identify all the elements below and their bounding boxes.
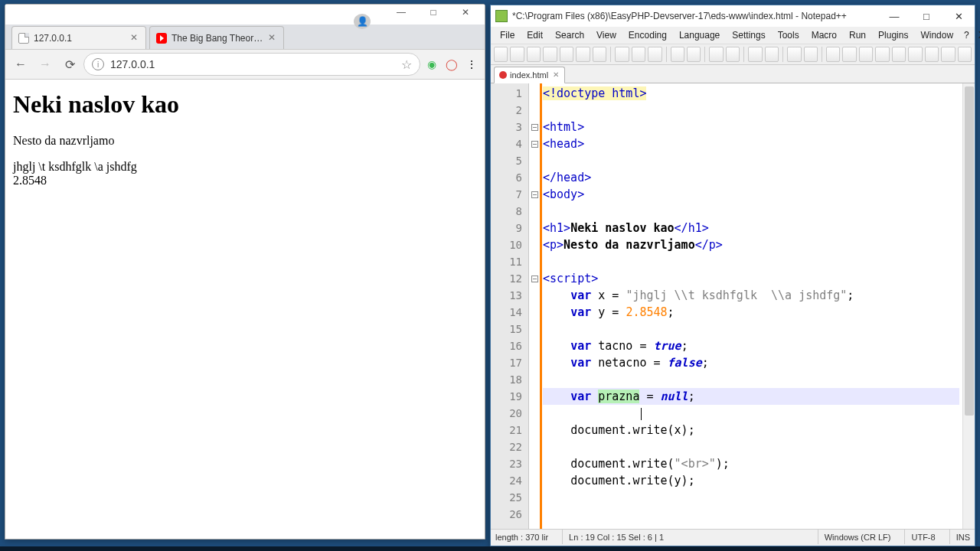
all-chars-icon[interactable] xyxy=(842,47,856,62)
func-list-icon[interactable] xyxy=(908,47,922,62)
editor-area[interactable]: 1234567891011121314151617181920212223242… xyxy=(491,83,975,529)
menu-edit[interactable]: Edit xyxy=(521,28,549,42)
close-all-icon[interactable] xyxy=(576,47,590,62)
menu-tools[interactable]: Tools xyxy=(772,28,805,42)
menu-help[interactable]: ? xyxy=(959,28,974,42)
fold-cell[interactable] xyxy=(529,270,540,287)
reload-button[interactable]: ⟳ xyxy=(59,54,80,75)
sync-v-icon[interactable] xyxy=(787,47,801,62)
sync-h-icon[interactable] xyxy=(804,47,818,62)
fold-cell[interactable] xyxy=(529,152,540,169)
code-token: null xyxy=(661,390,688,403)
record-macro-icon[interactable] xyxy=(958,47,972,62)
browser-tab-active[interactable]: 127.0.0.1 ✕ xyxy=(11,26,146,49)
back-button[interactable]: ← xyxy=(10,54,31,75)
replace-icon[interactable] xyxy=(726,47,740,62)
fold-cell[interactable] xyxy=(529,422,540,439)
menu-settings[interactable]: Settings xyxy=(726,28,771,42)
forward-button[interactable]: → xyxy=(34,54,56,75)
folder-ws-icon[interactable] xyxy=(925,47,939,62)
address-bar[interactable]: i 127.0.0.1 ☆ xyxy=(83,53,420,76)
fold-cell[interactable] xyxy=(529,135,540,152)
fold-cell[interactable] xyxy=(529,203,540,220)
vertical-scrollbar[interactable] xyxy=(962,83,975,529)
menu-search[interactable]: Search xyxy=(549,28,590,42)
fold-cell[interactable] xyxy=(529,321,540,337)
line-number: 26 xyxy=(491,506,528,523)
indent-guide-icon[interactable] xyxy=(859,47,873,62)
fold-cell[interactable] xyxy=(529,388,540,405)
paste-icon[interactable] xyxy=(648,47,662,62)
tab-close-icon[interactable]: ✕ xyxy=(129,33,139,44)
site-info-icon[interactable]: i xyxy=(92,58,104,70)
menu-macro[interactable]: Macro xyxy=(805,28,843,42)
fold-cell[interactable] xyxy=(529,472,540,489)
close-button[interactable]: ✕ xyxy=(942,6,975,26)
print-icon[interactable] xyxy=(593,47,606,62)
minimize-button[interactable]: — xyxy=(878,6,910,26)
fold-cell[interactable] xyxy=(529,236,540,253)
code-token: <script> xyxy=(543,272,598,285)
windows-taskbar[interactable] xyxy=(0,546,980,551)
code-editor[interactable]: <!doctype html> <html> <head> </head> <b… xyxy=(540,83,962,529)
open-file-icon[interactable] xyxy=(510,47,524,62)
fold-cell[interactable] xyxy=(529,405,540,422)
new-file-icon[interactable] xyxy=(494,47,508,62)
fold-cell[interactable] xyxy=(529,287,540,304)
redo-icon[interactable] xyxy=(687,47,701,62)
fold-cell[interactable] xyxy=(529,489,540,506)
fold-cell[interactable] xyxy=(529,371,540,388)
menu-encoding[interactable]: Encoding xyxy=(622,28,673,42)
fold-cell[interactable] xyxy=(529,253,540,270)
fold-cell[interactable] xyxy=(529,102,540,119)
bookmark-star-icon[interactable]: ☆ xyxy=(401,57,412,72)
find-icon[interactable] xyxy=(709,47,723,62)
menu-run[interactable]: Run xyxy=(843,28,872,42)
copy-icon[interactable] xyxy=(632,47,645,62)
doc-map-icon[interactable] xyxy=(892,47,906,62)
maximize-button[interactable]: □ xyxy=(419,5,448,20)
fold-cell[interactable] xyxy=(529,337,540,354)
fold-cell[interactable] xyxy=(529,455,540,472)
fold-cell[interactable] xyxy=(529,304,540,321)
fold-cell[interactable] xyxy=(529,169,540,186)
menu-window[interactable]: Window xyxy=(914,28,959,42)
tab-close-icon[interactable]: ✕ xyxy=(266,33,277,44)
browser-tab-inactive[interactable]: The Big Bang Theory - Pe ✕ xyxy=(149,26,284,49)
menu-language[interactable]: Language xyxy=(673,28,726,42)
extension-icon[interactable]: ◉ xyxy=(423,56,440,73)
profile-avatar-icon[interactable]: 👤 xyxy=(354,14,371,29)
wordwrap-icon[interactable] xyxy=(826,47,840,62)
maximize-button[interactable]: □ xyxy=(910,6,942,26)
document-tab[interactable]: index.html ✕ xyxy=(494,67,565,83)
menu-close-doc[interactable]: X xyxy=(974,28,980,42)
tab-close-icon[interactable]: ✕ xyxy=(551,71,560,80)
fold-cell[interactable] xyxy=(529,220,540,236)
chrome-menu-icon[interactable]: ⋮ xyxy=(463,56,480,73)
close-button[interactable]: ✕ xyxy=(451,5,480,20)
fold-cell[interactable] xyxy=(529,186,540,203)
scrollbar-thumb[interactable] xyxy=(965,86,974,416)
npp-titlebar[interactable]: *C:\Program Files (x86)\EasyPHP-Devserve… xyxy=(491,5,975,27)
zoom-out-icon[interactable] xyxy=(765,47,779,62)
fold-cell[interactable] xyxy=(529,506,540,523)
save-icon[interactable] xyxy=(527,47,541,62)
zoom-in-icon[interactable] xyxy=(748,47,762,62)
monitor-icon[interactable] xyxy=(941,47,955,62)
udl-icon[interactable] xyxy=(875,47,889,62)
extension-icon[interactable]: ◯ xyxy=(443,56,460,73)
undo-icon[interactable] xyxy=(671,47,684,62)
code-token: var xyxy=(570,356,591,370)
fold-cell[interactable] xyxy=(529,85,540,102)
fold-cell[interactable] xyxy=(529,354,540,371)
fold-cell[interactable] xyxy=(529,119,540,135)
menu-file[interactable]: File xyxy=(494,28,521,42)
menu-plugins[interactable]: Plugins xyxy=(872,28,914,42)
close-file-icon[interactable] xyxy=(560,47,573,62)
menu-view[interactable]: View xyxy=(590,28,622,42)
fold-cell[interactable] xyxy=(529,439,540,455)
minimize-button[interactable]: — xyxy=(387,5,416,20)
cut-icon[interactable] xyxy=(615,47,629,62)
save-all-icon[interactable] xyxy=(543,47,557,62)
chrome-titlebar[interactable]: 👤 — □ ✕ xyxy=(5,5,485,20)
